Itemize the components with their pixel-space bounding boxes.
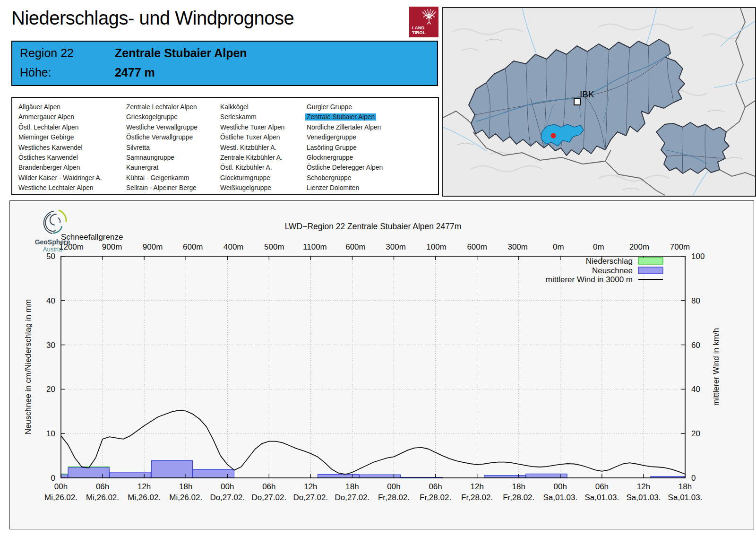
region-list-item[interactable]: Östl. Lechtaler Alpen <box>17 122 103 132</box>
region-list-item[interactable]: Östliches Karwendel <box>17 153 103 163</box>
y-left-tick: 0 <box>51 474 55 483</box>
x-tick-date: Do,27.02. <box>251 493 286 502</box>
y-left-tick: 10 <box>46 429 55 438</box>
region-list-item[interactable]: Brandenberger Alpen <box>17 163 103 173</box>
region-list-item[interactable]: Westliches Karwendel <box>17 143 103 153</box>
legend-label: Niederschlag <box>586 257 633 266</box>
snowline-value: 0m <box>593 242 604 251</box>
region-list-item[interactable]: Lasörling Gruppe <box>305 143 384 153</box>
x-tick-time: 12h <box>137 482 151 491</box>
x-tick-date: Sa,01.03. <box>584 493 619 502</box>
region-list-item[interactable]: Westl. Kitzbühler A. <box>219 143 286 153</box>
region-list-item[interactable]: Kalkkögel <box>219 102 286 112</box>
altitude-value: 2477 m <box>115 66 155 79</box>
region-list-item[interactable]: Östl. Kitzbühler A. <box>219 163 286 173</box>
region-list-item[interactable]: Lienzer Dolomiten <box>305 183 384 193</box>
region-list-item[interactable]: Glockturmgruppe <box>219 173 286 183</box>
snowline-value: 600m <box>183 242 203 251</box>
east-tyrol-region <box>656 122 729 173</box>
region-list-item[interactable]: Gurgler Gruppe <box>305 102 384 112</box>
y-left-tick: 20 <box>46 385 55 394</box>
snowline-label: Schneefallgrenze <box>61 233 123 242</box>
region-list-item[interactable]: Östliche Tuxer Alpen <box>219 132 286 142</box>
chart-title: LWD−Region 22 Zentrale Stubaier Alpen 24… <box>285 222 462 231</box>
region-list-item[interactable]: Venedigergruppe <box>305 132 384 142</box>
tick-marks <box>61 256 685 478</box>
region-list-column: Zentrale Lechtaler AlpenGrieskogelgruppe… <box>125 102 199 193</box>
grid <box>61 256 685 478</box>
region-list-item[interactable]: Ammergauer Alpen <box>17 112 103 122</box>
x-tick-time: 18h <box>512 482 525 491</box>
y-left-tick: 50 <box>46 252 55 261</box>
snowline-row: Schneefallgrenze1200m900m900m600m400m500… <box>59 233 690 251</box>
x-tick-time: 12h <box>304 482 317 491</box>
region-name-value: Zentrale Stubaier Alpen <box>115 46 247 60</box>
region-list-column: Gurgler GruppeZentrale Stubaier AlpenNör… <box>305 102 384 193</box>
region-list-item[interactable]: Kaunergrat <box>125 163 199 173</box>
x-tick-date: Do,27.02. <box>335 493 370 502</box>
legend-label: Neuschnee <box>592 266 633 275</box>
x-tick-time: 00h <box>387 482 400 491</box>
x-tick-time: 18h <box>179 482 192 491</box>
y-right-axis-title: mittlerer Wind in km/h <box>712 328 721 406</box>
region-list-item[interactable]: Weißkugelgruppe <box>219 183 286 193</box>
x-tick-date: Fr,28.02. <box>503 493 534 502</box>
region-list-item[interactable]: Zentrale Kitzbühler A. <box>219 153 286 163</box>
x-tick-date: Fr,28.02. <box>378 493 410 502</box>
x-tick-time: 00h <box>221 482 234 491</box>
altitude-label: Höhe: <box>20 66 112 79</box>
x-tick-time: 00h <box>54 482 68 491</box>
region-list-item[interactable]: Wilder Kaiser - Waidringer A. <box>17 173 103 183</box>
snowline-value: 600m <box>345 242 366 251</box>
forecast-page: Niederschlags- und Windprognose LAND TIR… <box>0 0 756 545</box>
land-tirol-logo-text: LAND TIROL <box>412 26 426 35</box>
region-list-item[interactable]: Grieskogelgruppe <box>125 112 199 122</box>
y-right-tick: 40 <box>691 385 700 394</box>
y-left-axis-title: Neuschnee in cm/Niederschlag in mm <box>24 299 33 434</box>
forecast-chart: 00h06h12h18h00h06h12h18h00h06h12h18h00h0… <box>10 201 754 529</box>
region-list-item[interactable]: Serleskamm <box>219 112 286 122</box>
neuschnee-bars <box>61 460 685 478</box>
page-title: Niederschlags- und Windprognose <box>11 8 294 29</box>
region-list-item[interactable]: Westliche Tuxer Alpen <box>219 122 286 132</box>
snowline-value: 200m <box>629 242 650 251</box>
region-number-label: Region 22 <box>20 46 112 60</box>
region-list-item[interactable]: Schobergruppe <box>305 173 384 183</box>
y-left-tick: 30 <box>46 341 55 350</box>
x-tick-time: 18h <box>345 482 359 491</box>
region-list-item[interactable]: Allgäuer Alpen <box>17 102 103 112</box>
snowline-value: 300m <box>386 242 406 251</box>
y-axis-labels: 01020304050020406080100 <box>46 252 704 483</box>
x-tick-date: Mi,26.02. <box>128 493 161 502</box>
city-label-ibk: IBK <box>580 89 594 99</box>
y-right-tick: 60 <box>691 341 700 350</box>
region-list-item-selected[interactable]: Zentrale Stubaier Alpen <box>305 112 384 122</box>
region-list-item[interactable]: Mieminger Gebirge <box>17 132 103 142</box>
snowline-value: 700m <box>670 242 690 251</box>
region-list-item[interactable]: Glocknergruppe <box>305 153 384 163</box>
region-list-item[interactable]: Kühtai - Geigenkamm <box>125 173 199 183</box>
x-tick-date: Mi,26.02. <box>169 493 202 502</box>
region-list-column: Allgäuer AlpenAmmergauer AlpenÖstl. Lech… <box>17 102 103 193</box>
region-list-item[interactable]: Westliche Verwallgruppe <box>125 122 199 132</box>
y-right-tick: 20 <box>691 429 700 438</box>
x-tick-time: 06h <box>429 482 442 491</box>
region-list-item[interactable]: Nördliche Zillertaler Alpen <box>305 122 384 132</box>
snowline-value: 900m <box>102 242 122 251</box>
snowline-value: 400m <box>223 242 244 251</box>
region-list-item[interactable]: Westliche Lechtaler Alpen <box>17 183 103 193</box>
region-info-box: Region 22 Zentrale Stubaier Alpen Höhe: … <box>11 41 438 86</box>
region-list-item[interactable]: Östliche Deferegger Alpen <box>305 163 384 173</box>
forecast-chart-panel: GeoSphere Austria 00h06h12h18h00h06h12h1… <box>9 200 754 529</box>
region-list-item[interactable]: Silvretta <box>125 143 199 153</box>
x-tick-date: Do,27.02. <box>293 493 328 502</box>
station-dot <box>551 133 556 138</box>
region-list-item[interactable]: Östliche Verwallgruppe <box>125 132 199 142</box>
region-list-item[interactable]: Zentrale Lechtaler Alpen <box>125 102 199 112</box>
x-tick-time: 00h <box>554 482 567 491</box>
y-right-tick: 100 <box>691 252 704 261</box>
region-list-item[interactable]: Samnaungruppe <box>125 153 199 163</box>
snowline-value: 100m <box>426 242 447 251</box>
region-list-item[interactable]: Sellrain - Alpeiner Berge <box>125 183 199 193</box>
x-tick-date: Sa,01.03. <box>543 493 577 502</box>
